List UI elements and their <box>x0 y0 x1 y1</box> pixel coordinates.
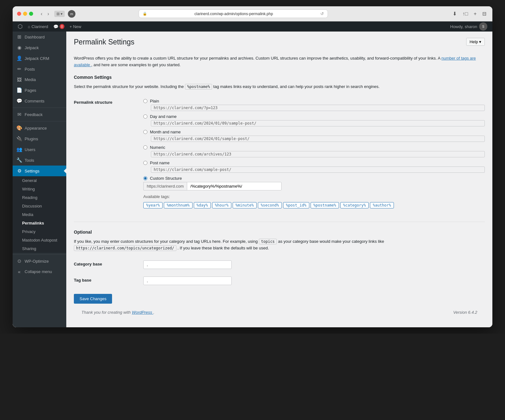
sidebar-item-posts[interactable]: ✏ Posts <box>13 64 66 74</box>
close-window-btn[interactable] <box>17 12 21 16</box>
common-settings-desc: Select the permalink structure for your … <box>74 84 485 90</box>
help-button[interactable]: Help ▾ <box>466 38 485 46</box>
radio-post-name[interactable] <box>143 161 147 165</box>
label-numeric[interactable]: Numeric <box>150 145 165 150</box>
label-plain[interactable]: Plain <box>150 99 159 103</box>
sidebar-divider-3 <box>13 254 66 254</box>
permalink-structure-row: Permalink structure Plain https://clarin… <box>74 95 485 215</box>
url-display: clarinerd.com/wp-admin/options-permalink… <box>149 12 318 16</box>
tag-minute[interactable]: %minute% <box>233 202 257 208</box>
reload-icon[interactable]: ↺ <box>320 11 324 16</box>
maximize-window-btn[interactable] <box>29 12 33 16</box>
sidebar-item-collapse[interactable]: « Collapse menu <box>13 266 66 277</box>
tag-postname[interactable]: %postname% <box>311 202 339 208</box>
submenu-mastodon[interactable]: Mastodon Autopost <box>13 236 66 244</box>
sidebar-item-plugins[interactable]: 🔌 Plugins <box>13 133 66 144</box>
save-changes-button[interactable]: Save Changes <box>74 294 112 304</box>
submenu-media[interactable]: Media <box>13 210 66 219</box>
submenu-discussion[interactable]: Discussion <box>13 202 66 210</box>
howdy-menu[interactable]: Howdy, sharon S <box>448 22 490 31</box>
tag-second[interactable]: %second% <box>258 202 282 208</box>
option-custom-row: Custom Structure <box>143 176 485 181</box>
example-day-name: https://clarinerd.com/2024/01/09/sample-… <box>151 120 485 126</box>
sidebar-item-dashboard[interactable]: ⊞ Dashboard <box>13 32 66 42</box>
radio-plain[interactable] <box>143 99 147 103</box>
sidebar-item-feedback[interactable]: ✉ Feedback <box>13 109 66 120</box>
back-button[interactable]: ‹ <box>39 10 44 17</box>
label-month-name[interactable]: Month and name <box>150 130 181 134</box>
label-custom[interactable]: Custom Structure <box>150 176 182 181</box>
sidebar-divider-1 <box>13 108 66 108</box>
sidebar-item-appearance[interactable]: 🎨 Appearance <box>13 123 66 133</box>
example-url-code: https://clarinerd.com/topics/uncategoriz… <box>74 245 176 251</box>
custom-base-display: https://clarinerd.com <box>143 182 187 190</box>
sidebar-item-jetpack[interactable]: ◉ Jetpack <box>13 42 66 53</box>
custom-structure-input[interactable] <box>187 182 282 190</box>
available-tags-label: Available tags: <box>143 194 485 199</box>
sidebar-item-jetpack-crm[interactable]: 👤 Jetpack CRM <box>13 53 66 64</box>
submenu-privacy[interactable]: Privacy <box>13 227 66 236</box>
tag-base-input[interactable] <box>143 277 232 285</box>
option-numeric: Numeric https://clarinerd.com/archives/1… <box>143 145 485 157</box>
wp-main: Help ▾ Permalink Settings WordPress offe… <box>66 32 492 327</box>
sidebar-item-tools[interactable]: 🔧 Tools <box>13 155 66 166</box>
appearance-icon: 🎨 <box>16 125 22 131</box>
comment-icon: 💬 <box>53 24 58 29</box>
admin-bar-new[interactable]: + New <box>67 21 84 32</box>
tag-hour[interactable]: %hour% <box>212 202 231 208</box>
tags-list: %year% %monthnum% %day% %hour% %minute% … <box>143 202 485 208</box>
admin-bar-right: Howdy, sharon S <box>448 22 490 31</box>
label-post-name[interactable]: Post name <box>150 160 169 165</box>
address-bar[interactable]: 🔒 clarinerd.com/wp-admin/options-permali… <box>139 9 328 18</box>
tag-author[interactable]: %author% <box>370 202 394 208</box>
new-tab-button[interactable]: + <box>472 10 478 17</box>
submenu-reading[interactable]: Reading <box>13 193 66 202</box>
category-base-cell <box>143 257 485 273</box>
submenu-permalinks[interactable]: Permalinks <box>13 219 66 227</box>
sidebar-item-comments[interactable]: 💬 Comments <box>13 96 66 106</box>
sidebar-item-wp-optimize[interactable]: ⊙ WP-Optimize <box>13 256 66 266</box>
sidebar-item-users[interactable]: 👥 Users <box>13 144 66 155</box>
tag-monthnum[interactable]: %monthnum% <box>164 202 192 208</box>
submenu-general[interactable]: General <box>13 176 66 185</box>
home-icon: ⌂ <box>28 24 30 29</box>
radio-numeric[interactable] <box>143 145 147 149</box>
sidebar-toggle-button[interactable]: ⊟ <box>481 10 488 17</box>
browser-nav: ‹ › <box>39 10 51 17</box>
submenu-writing[interactable]: Writing <box>13 185 66 193</box>
wordpress-link[interactable]: WordPress <box>132 310 153 315</box>
downloads-button[interactable]: ⬇ <box>451 10 458 17</box>
feedback-icon: ✉ <box>16 112 22 117</box>
collapse-icon: « <box>16 269 22 274</box>
category-base-input[interactable] <box>143 260 232 269</box>
radio-custom[interactable] <box>143 176 147 180</box>
tag-year[interactable]: %year% <box>143 202 163 208</box>
option-day-name: Day and name https://clarinerd.com/2024/… <box>143 114 485 126</box>
optional-title: Optional <box>74 230 485 235</box>
sidebar-item-pages[interactable]: 📄 Pages <box>13 85 66 96</box>
optional-form-table: Category base Tag base <box>74 257 485 289</box>
radio-day-name[interactable] <box>143 114 147 119</box>
tab-avatar: m <box>68 10 75 18</box>
admin-bar-site[interactable]: ⌂ Clarinerd <box>25 21 51 32</box>
sidebar-item-media[interactable]: 🖼 Media <box>13 74 66 85</box>
forward-button[interactable]: › <box>45 10 51 17</box>
radio-month-name[interactable] <box>143 130 147 134</box>
plugins-icon: 🔌 <box>16 136 22 142</box>
wp-logo[interactable]: ⬡ <box>15 23 25 30</box>
option-post-name-row: Post name <box>143 160 485 165</box>
sidebar-item-settings[interactable]: ⚙ Settings <box>13 166 66 176</box>
lock-icon: 🔒 <box>143 12 147 16</box>
category-base-row: Category base <box>74 257 485 273</box>
share-button[interactable]: ↑□ <box>461 10 470 17</box>
minimize-window-btn[interactable] <box>23 12 27 16</box>
submenu-sharing[interactable]: Sharing <box>13 244 66 253</box>
tag-day[interactable]: %day% <box>194 202 211 208</box>
label-day-name[interactable]: Day and name <box>150 114 177 119</box>
footer-text: Thank you for creating with WordPress . <box>81 310 154 315</box>
admin-bar-comments[interactable]: 💬 0 <box>51 21 67 32</box>
window-control[interactable]: ⊞ ▾ <box>54 11 65 17</box>
browser-toolbar: ‹ › ⊞ ▾ m 🔒 clarinerd.com/wp-admin/optio… <box>13 6 492 21</box>
tag-post-id[interactable]: %post_id% <box>283 202 309 208</box>
tag-category[interactable]: %category% <box>340 202 369 208</box>
